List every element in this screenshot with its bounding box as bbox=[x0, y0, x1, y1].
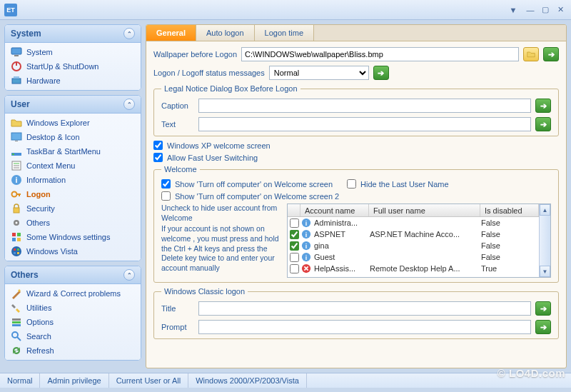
logon-msg-select[interactable]: Normal bbox=[269, 66, 369, 80]
apply-caption-button[interactable]: ➔ bbox=[535, 99, 551, 113]
close-button[interactable]: ✕ bbox=[554, 4, 567, 16]
col-disabled[interactable]: Is disabled bbox=[480, 204, 539, 216]
apply-wallpaper-button[interactable]: ➔ bbox=[543, 47, 559, 61]
row-checkbox[interactable] bbox=[290, 218, 299, 228]
accounts-hint: Uncheck to hide user account from Welcom… bbox=[161, 203, 281, 278]
svg-rect-23 bbox=[17, 233, 21, 236]
sidebar-item-label: Hardware bbox=[26, 76, 61, 85]
sidebar-item-system[interactable]: System bbox=[6, 45, 139, 59]
svg-text:i: i bbox=[305, 243, 307, 250]
svg-rect-9 bbox=[12, 154, 14, 155]
row-checkbox[interactable] bbox=[290, 264, 299, 273]
title-label: Title bbox=[161, 304, 194, 313]
cell-account: ASPNET bbox=[312, 230, 368, 238]
sidebar-item-security[interactable]: Security bbox=[6, 201, 139, 216]
grid-scrollbar[interactable]: ▲ ▼ bbox=[539, 204, 550, 277]
prompt-label: Prompt bbox=[161, 323, 194, 331]
sidebar-item-explorer[interactable]: Windows Explorer bbox=[6, 116, 139, 130]
cell-disabled: False bbox=[479, 218, 539, 227]
apply-title-button[interactable]: ➔ bbox=[535, 301, 551, 316]
cell-account: gina bbox=[312, 241, 368, 250]
title-input[interactable] bbox=[198, 301, 531, 316]
hide-last-checkbox[interactable] bbox=[347, 179, 356, 189]
welcome-legend: Welcome bbox=[161, 165, 200, 174]
table-row[interactable]: iGuestFalse bbox=[288, 251, 539, 263]
fast-switch-checkbox[interactable] bbox=[153, 153, 163, 162]
cell-fullname: Remote Desktop Help A... bbox=[368, 264, 479, 273]
wallpaper-input[interactable] bbox=[241, 47, 519, 61]
table-row[interactable]: iginaFalse bbox=[288, 240, 539, 251]
turnoff2-checkbox[interactable] bbox=[161, 191, 171, 201]
sidebar-item-options[interactable]: Options bbox=[6, 315, 139, 329]
xp-welcome-checkbox[interactable] bbox=[153, 141, 163, 150]
apply-prompt-button[interactable]: ➔ bbox=[535, 320, 551, 334]
table-row[interactable]: iASPNETASP.NET Machine Acco...False bbox=[288, 228, 539, 240]
browse-button[interactable] bbox=[523, 47, 539, 61]
sidebar-item-somesettings[interactable]: Some Windows settings bbox=[6, 230, 139, 244]
apply-text-button[interactable]: ➔ bbox=[535, 117, 551, 131]
options-icon bbox=[11, 316, 22, 328]
caption-input[interactable] bbox=[198, 99, 531, 113]
row-checkbox[interactable] bbox=[290, 253, 299, 262]
wizard-icon bbox=[11, 288, 22, 299]
apply-logon-msg-button[interactable]: ➔ bbox=[373, 66, 389, 80]
panel-header-system[interactable]: System ⌃ bbox=[5, 25, 141, 43]
table-row[interactable]: HelpAssis...Remote Desktop Help A...True bbox=[288, 263, 539, 274]
minimize-button[interactable]: — bbox=[524, 4, 537, 16]
svg-rect-25 bbox=[17, 238, 21, 241]
svg-rect-28 bbox=[17, 248, 19, 251]
svg-text:i: i bbox=[15, 176, 17, 184]
panel-header-others[interactable]: Others ⌃ bbox=[5, 266, 141, 284]
status-normal: Normal bbox=[0, 373, 40, 388]
collapse-icon[interactable]: ⌃ bbox=[123, 269, 135, 281]
text-input[interactable] bbox=[198, 117, 531, 131]
sidebar-item-vista[interactable]: Windows Vista bbox=[6, 244, 139, 258]
svg-rect-29 bbox=[14, 252, 16, 254]
turnoff1-checkbox[interactable] bbox=[161, 179, 171, 189]
sidebar-item-utilities[interactable]: Utilities bbox=[6, 301, 139, 315]
scroll-up-icon[interactable]: ▲ bbox=[540, 204, 550, 216]
panel-others: Others ⌃ Wizard & Correct problems Utili… bbox=[4, 266, 141, 361]
svg-rect-4 bbox=[12, 79, 21, 84]
cell-account: HelpAssis... bbox=[312, 264, 368, 273]
svg-rect-6 bbox=[11, 133, 21, 140]
sidebar-item-wizard[interactable]: Wizard & Correct problems bbox=[6, 286, 139, 301]
sidebar-item-desktop[interactable]: Desktop & Icon bbox=[6, 130, 139, 144]
sidebar-item-information[interactable]: iInformation bbox=[6, 173, 139, 187]
svg-rect-31 bbox=[12, 318, 21, 321]
sidebar-item-label: Options bbox=[26, 318, 54, 326]
svg-rect-24 bbox=[12, 238, 16, 241]
sidebar-item-label: Information bbox=[26, 176, 66, 184]
row-checkbox[interactable] bbox=[290, 241, 299, 251]
scroll-down-icon[interactable]: ▼ bbox=[540, 266, 550, 277]
collapse-icon[interactable]: ⌃ bbox=[123, 28, 135, 39]
status-user: Current User or All bbox=[109, 373, 188, 388]
sidebar-item-hardware[interactable]: Hardware bbox=[6, 74, 139, 88]
sidebar-item-search[interactable]: Search bbox=[6, 329, 139, 343]
panel-header-user[interactable]: User ⌃ bbox=[5, 96, 141, 114]
panel-title: User bbox=[11, 99, 30, 109]
tab-auto-logon[interactable]: Auto logon bbox=[196, 25, 255, 41]
maximize-button[interactable]: ▢ bbox=[539, 4, 552, 16]
col-account[interactable]: Account name bbox=[300, 204, 369, 216]
sidebar-item-startup[interactable]: StartUp & ShutDown bbox=[6, 59, 139, 74]
toolbar-dropdown-icon[interactable]: ▼ bbox=[505, 4, 522, 16]
table-row[interactable]: iAdministra...False bbox=[288, 217, 539, 228]
sidebar-item-contextmenu[interactable]: Context Menu bbox=[6, 159, 139, 173]
sidebar-item-label: Windows Explorer bbox=[26, 119, 90, 127]
info-icon: i bbox=[11, 174, 22, 186]
col-fullname[interactable]: Full user name bbox=[369, 204, 480, 216]
tab-logon-time[interactable]: Logon time bbox=[255, 25, 314, 41]
row-checkbox[interactable] bbox=[290, 230, 299, 239]
sidebar-item-taskbar[interactable]: TaskBar & StartMenu bbox=[6, 144, 139, 159]
sidebar-item-others[interactable]: Others bbox=[6, 216, 139, 230]
prompt-input[interactable] bbox=[198, 320, 531, 334]
logon-msg-label: Logon / Logoff status messages bbox=[153, 69, 265, 77]
sidebar-item-refresh[interactable]: Refresh bbox=[6, 343, 139, 358]
collapse-icon[interactable]: ⌃ bbox=[123, 99, 135, 110]
hint-line2: If your account is not shown on welcome … bbox=[161, 224, 281, 273]
sidebar-item-logon[interactable]: Logon bbox=[6, 187, 139, 201]
caption-label: Caption bbox=[161, 101, 194, 110]
svg-text:i: i bbox=[305, 254, 307, 261]
tab-general[interactable]: General bbox=[146, 25, 196, 41]
